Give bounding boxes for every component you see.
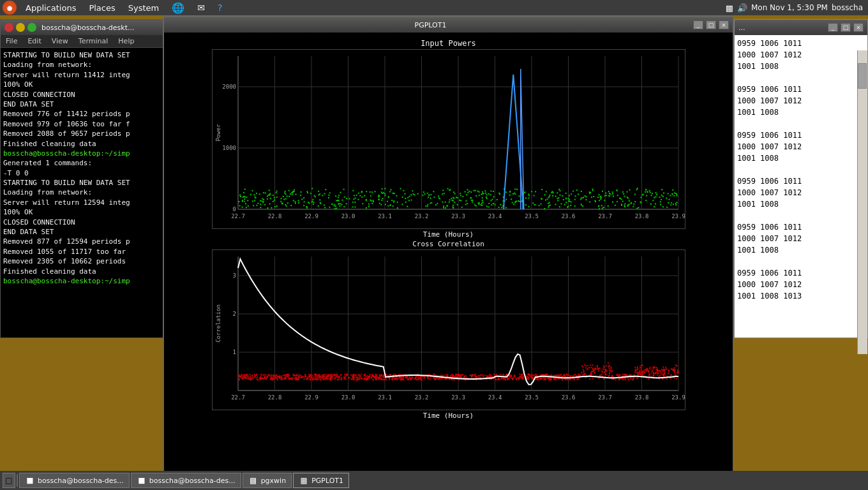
top-menubar: ● Applications Places System 🌐 ✉ ? ▩ 🔊 M… <box>0 0 868 15</box>
system-menu[interactable]: System <box>122 0 165 15</box>
top-plot-title: Input Powers <box>421 39 476 48</box>
terminal-window: bosscha@bosscha-deskt... File Edit View … <box>0 19 165 338</box>
scroll-thumb[interactable] <box>858 63 867 89</box>
close-button[interactable] <box>4 23 13 32</box>
firefox-icon[interactable]: 🌐 <box>165 0 191 15</box>
taskbar-pgxwin[interactable]: ▩ pgxwin <box>243 473 292 488</box>
places-menu[interactable]: Places <box>82 0 121 15</box>
data-panel-close[interactable]: × <box>853 23 864 32</box>
plot-window: PGPLOT1 _ □ × Input Powers Time (Hours) … <box>163 16 734 475</box>
terminal-titlebar: bosscha@bosscha-deskt... <box>1 20 164 35</box>
help-icon[interactable]: ? <box>211 0 228 15</box>
cross-correlation-label: Cross Correlation <box>412 240 484 248</box>
ubuntu-logo: ● <box>3 1 17 15</box>
plot-titlebar: PGPLOT1 _ □ × <box>164 17 733 33</box>
taskbar: □ ■ bosscha@bosscha-des... ■ bosscha@bos… <box>0 471 868 490</box>
plot-area: Input Powers Time (Hours) Cross Correlat… <box>164 33 733 474</box>
bottom-plot-xlabel: Time (Hours) <box>423 412 474 420</box>
plot-maximize[interactable]: □ <box>706 20 716 29</box>
email-icon[interactable]: ✉ <box>191 0 211 15</box>
top-plot-xlabel: Time (Hours) <box>423 230 474 239</box>
help-menu[interactable]: Help <box>113 35 139 48</box>
username: bosscha <box>832 3 863 12</box>
taskbar-terminal2-label: bosscha@bosscha-des... <box>149 477 236 485</box>
terminal2-icon: ■ <box>137 475 147 486</box>
pgplot1-icon: ▩ <box>299 475 309 486</box>
pgxwin-icon: ▩ <box>248 475 258 486</box>
datetime: Mon Nov 1, 5:30 PM <box>751 3 828 12</box>
data-panel: ... _ □ × 0959 1006 1011 1000 1007 1012 … <box>734 19 868 338</box>
cross-correlation-plot <box>212 249 685 410</box>
monitor-icon: ▩ <box>726 3 733 13</box>
terminal-title: bosscha@bosscha-deskt... <box>41 24 135 32</box>
terminal-menubar: File Edit View Terminal Help <box>1 35 164 48</box>
view-menu[interactable]: View <box>47 35 73 48</box>
plot-minimize[interactable]: _ <box>693 20 703 29</box>
taskbar-pgplot1[interactable]: ▩ PGPLOT1 <box>293 473 349 488</box>
edit-menu[interactable]: Edit <box>22 35 46 48</box>
plot-window-title: PGPLOT1 <box>168 21 693 29</box>
terminal-output: STARTING TO BUILD NEW DATA SET Loading f… <box>1 48 164 338</box>
data-panel-title: ... <box>738 24 745 32</box>
taskbar-terminal2[interactable]: ■ bosscha@bosscha-des... <box>131 473 241 488</box>
data-panel-titlebar: ... _ □ × <box>735 20 867 35</box>
taskbar-terminal1-label: bosscha@bosscha-des... <box>38 477 124 485</box>
file-menu[interactable]: File <box>1 35 22 48</box>
taskbar-pgplot1-label: PGPLOT1 <box>311 477 343 485</box>
input-powers-plot <box>212 49 685 229</box>
show-desktop-button[interactable]: □ <box>3 473 15 488</box>
minimize-button[interactable] <box>16 23 25 32</box>
system-tray: ▩ 🔊 Mon Nov 1, 5:30 PM bosscha <box>726 3 868 13</box>
data-panel-content: 0959 1006 1011 1000 1007 1012 1001 1008 … <box>735 35 867 338</box>
data-scrollbar[interactable] <box>857 50 867 354</box>
data-panel-minimize[interactable]: _ <box>828 23 838 32</box>
taskbar-separator <box>17 474 18 487</box>
plot-close[interactable]: × <box>719 20 729 29</box>
terminal-menu-item[interactable]: Terminal <box>73 35 114 48</box>
taskbar-terminal1[interactable]: ■ bosscha@bosscha-des... <box>19 473 130 488</box>
applications-menu[interactable]: Applications <box>19 0 82 15</box>
terminal1-icon: ■ <box>25 475 35 486</box>
data-panel-maximize[interactable]: □ <box>841 23 851 32</box>
maximize-button[interactable] <box>27 23 36 32</box>
volume-icon: 🔊 <box>737 3 747 13</box>
taskbar-pgxwin-label: pgxwin <box>261 477 287 485</box>
